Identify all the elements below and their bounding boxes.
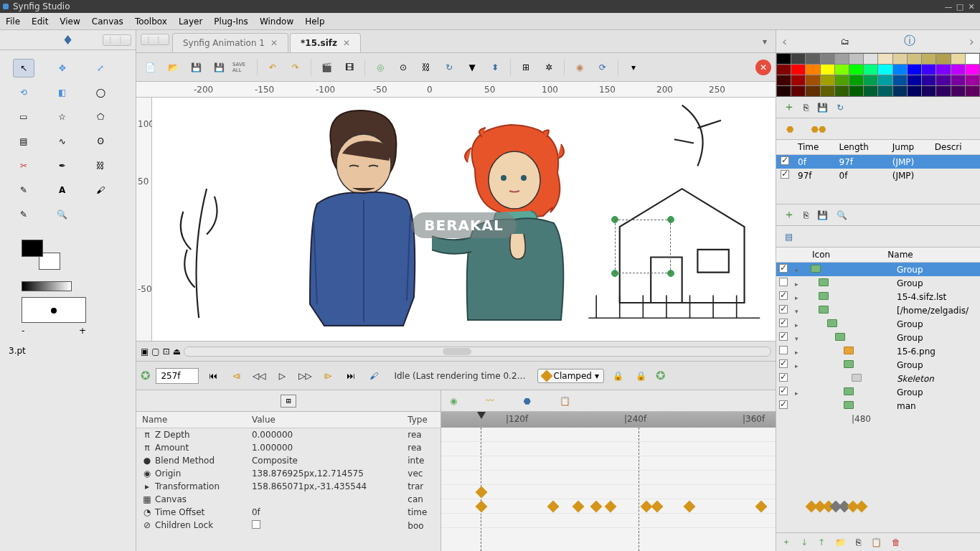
palette-color[interactable] [777,65,791,75]
layer-row[interactable]: ▸ Group [776,317,980,331]
palette-color[interactable] [849,75,863,85]
bone-tool[interactable]: ⛓ [90,156,111,175]
keyframe-lock-future[interactable]: 🔒 [633,367,650,385]
palette-color[interactable] [821,75,834,85]
palette-color[interactable] [922,54,936,64]
lasso-tool[interactable]: ʘ [90,132,111,151]
next-frame-button[interactable]: ▷▷ [296,367,314,385]
palette-color[interactable] [936,54,950,64]
layer-row[interactable]: man [776,399,980,413]
palette-color[interactable] [849,54,863,64]
param-row[interactable]: ▸Transformation158.865071px,-31.435544tr… [136,480,440,493]
maximize-button[interactable]: □ [954,2,966,11]
link-button[interactable]: ⛓ [417,58,435,77]
palette-color[interactable] [806,54,819,64]
param-row[interactable]: ●Blend MethodCompositeinte [136,454,440,467]
layer-row[interactable]: ▾ Group [776,263,980,276]
brush-mode-toggle[interactable]: 🖌 [365,367,382,385]
brush-increase[interactable]: + [79,326,86,336]
new-file-button[interactable]: 📄 [141,58,159,77]
transform-tool[interactable]: ↖ [13,59,34,77]
menu-view[interactable]: View [60,17,80,27]
palette-color[interactable] [922,65,936,75]
spline-tool[interactable]: ∿ [52,132,73,151]
palette-color[interactable] [864,54,877,64]
palette-color[interactable] [893,86,907,96]
redo-button[interactable]: ↷ [286,58,305,77]
horizontal-scrollbar[interactable] [184,347,771,357]
param-row[interactable]: ⊘Children Lockboo [136,519,440,532]
palette-color[interactable] [806,65,819,75]
remove-keyframe-button[interactable]: 💾 [817,210,828,220]
next-keyframe-button[interactable]: ⧐ [319,367,336,385]
palette-color[interactable] [936,75,950,85]
delete-layer-button[interactable]: 🗑 [892,537,900,547]
group-layers-button[interactable]: 📁 [835,537,846,547]
keyframe-row[interactable]: 0f97f(JMP) [776,155,980,169]
panel-grip[interactable] [103,34,131,46]
chevron-down-icon[interactable]: ▾ [757,34,773,49]
menu-window[interactable]: Window [260,17,293,27]
palette-color[interactable] [966,65,979,75]
palette-color[interactable] [878,86,892,96]
play-button[interactable]: ▷ [273,367,291,385]
palette-color[interactable] [936,86,950,96]
palette-color[interactable] [791,65,805,75]
cutout-tool[interactable]: ✂ [13,156,34,175]
col-jump[interactable]: Jump [888,140,930,155]
zoom-fit-button[interactable]: ▣ [141,347,149,357]
add-layer-button[interactable]: ＋ [782,536,791,548]
palette-color[interactable] [878,75,892,85]
palette-color[interactable] [777,86,791,96]
palette-color[interactable] [922,86,936,96]
save-all-button[interactable]: SAVE ALL [232,58,251,77]
param-row[interactable]: ◔Time Offset0ftime [136,506,440,519]
palette-color[interactable] [966,54,979,64]
seek-start-button[interactable]: ⏮ [204,367,222,385]
open-file-button[interactable]: 📂 [164,58,182,77]
onion-button[interactable]: ◉ [570,58,589,77]
palette-color[interactable] [864,86,877,96]
current-frame-input[interactable] [156,368,199,384]
copy-layer-button[interactable]: ⎘ [856,537,861,547]
rotate-tool[interactable]: ⟲ [13,83,34,102]
grid-button[interactable]: ⊞ [517,58,535,77]
save-as-button[interactable]: 💾 [209,58,228,77]
keyframe-props-button[interactable]: 🔍 [837,210,847,220]
prev-panel-button[interactable]: ‹ [782,34,787,49]
refresh-button[interactable]: ⟳ [593,58,612,77]
tab-15-sifz[interactable]: *15.sifz ✕ [290,33,361,52]
palette-color[interactable] [835,75,849,85]
layer-row[interactable]: Skeleton [776,372,980,385]
menu-help[interactable]: Help [305,17,324,27]
palette-color[interactable] [835,65,849,75]
palette-color[interactable] [893,65,907,75]
library-icon[interactable]: 🗂 [841,37,849,47]
layer-up-button[interactable]: ↑ [818,537,825,547]
layer-row[interactable]: ▸ Group [776,385,980,399]
col-value[interactable]: Value [246,412,402,428]
save-palette-button[interactable]: 💾 [817,103,828,113]
info-icon[interactable]: ⓘ [904,34,915,49]
palette-color[interactable] [849,86,863,96]
close-icon[interactable]: ✕ [270,38,278,48]
param-row[interactable]: πZ Depth0.000000rea [136,428,440,442]
palette-color[interactable] [821,65,834,75]
keyframe-lock-past[interactable]: 🔒 [610,367,627,385]
panel-grip[interactable] [141,34,169,45]
col-length[interactable]: Length [835,140,888,155]
handle-button[interactable]: ⊙ [394,58,413,77]
palette-color[interactable] [908,86,921,96]
layer-down-button[interactable]: ↓ [801,537,808,547]
eyedrop-tool[interactable]: ✎ [13,181,34,199]
palette-color[interactable] [835,86,849,96]
palette-color[interactable] [821,86,834,96]
layer-row[interactable]: ▾ Group [776,331,980,344]
dropdown-button[interactable]: ▾ [624,58,643,77]
tab-animation-1[interactable]: Synfig Animation 1 ✕ [172,33,288,52]
menu-canvas[interactable]: Canvas [92,17,123,27]
stop-button[interactable]: ✕ [755,60,771,75]
layer-row[interactable]: ▸ Group [776,276,980,290]
interpolation-select[interactable]: Clamped ▾ [537,369,604,383]
menu-file[interactable]: File [6,17,20,27]
